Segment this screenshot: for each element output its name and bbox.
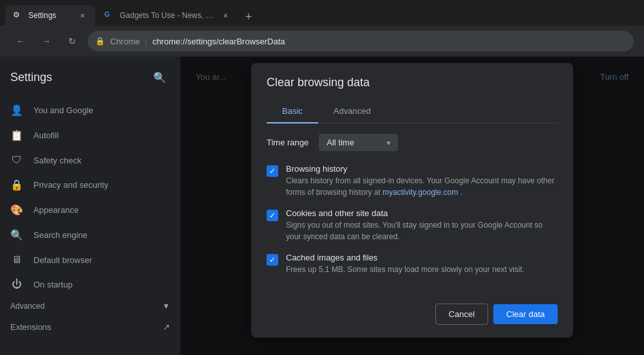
page-layout: Settings 🔍 👤 You and Google 📋 Autofill 🛡… bbox=[0, 57, 644, 355]
browsing-history-checkbox[interactable]: ✓ bbox=[267, 165, 278, 177]
sidebar-item-search-engine[interactable]: 🔍 Search engine bbox=[0, 223, 180, 248]
cached-title: Cached images and files bbox=[286, 253, 558, 262]
dialog-header: Clear browsing data Basic Advanced bbox=[251, 63, 573, 123]
sidebar-item-search-engine-label: Search engine bbox=[33, 230, 88, 240]
checkbox-check-icon-3: ✓ bbox=[269, 256, 276, 264]
sidebar-item-autofill-label: Autofill bbox=[33, 131, 59, 140]
sidebar-item-appearance-label: Appearance bbox=[33, 205, 79, 215]
you-and-google-icon: 👤 bbox=[10, 104, 23, 116]
cookies-title: Cookies and other site data bbox=[286, 208, 558, 218]
dialog-title: Clear browsing data bbox=[267, 76, 558, 89]
cached-desc: Frees up 5.1 MB. Some sites may load mor… bbox=[286, 264, 558, 275]
dialog-overlay: Clear browsing data Basic Advanced Time … bbox=[180, 57, 644, 355]
gadgets-tab-close[interactable]: ✕ bbox=[220, 10, 231, 21]
settings-tab[interactable]: ⚙ Settings ✕ bbox=[5, 5, 95, 26]
autofill-icon: 📋 bbox=[10, 129, 23, 141]
search-engine-icon: 🔍 bbox=[10, 229, 23, 241]
default-browser-icon: 🖥 bbox=[10, 254, 23, 266]
gadgets-tab[interactable]: G Gadgets To Use - News, Reviews, Ti... … bbox=[97, 5, 238, 26]
sidebar-item-safety-check-label: Safety check bbox=[33, 156, 81, 165]
time-range-row: Time range Last hour Last 24 hours Last … bbox=[267, 134, 558, 151]
browsing-history-title: Browsing history bbox=[286, 164, 558, 174]
cookies-content: Cookies and other site data Signs you ou… bbox=[286, 208, 558, 242]
cookies-item: ✓ Cookies and other site data Signs you … bbox=[267, 208, 558, 242]
sidebar: Settings 🔍 👤 You and Google 📋 Autofill 🛡… bbox=[0, 57, 180, 355]
browsing-history-content: Browsing history Clears history from all… bbox=[286, 164, 558, 198]
sidebar-item-autofill[interactable]: 📋 Autofill bbox=[0, 123, 180, 148]
sidebar-item-on-startup-label: On startup bbox=[33, 280, 73, 289]
settings-tab-icon: ⚙ bbox=[13, 10, 23, 21]
dialog-body: Time range Last hour Last 24 hours Last … bbox=[251, 123, 573, 296]
settings-tab-close[interactable]: ✕ bbox=[77, 10, 88, 21]
clear-browsing-data-dialog: Clear browsing data Basic Advanced Time … bbox=[251, 63, 573, 338]
sidebar-advanced-section[interactable]: Advanced ▼ bbox=[0, 296, 180, 316]
extensions-external-icon: ↗ bbox=[163, 322, 170, 332]
sidebar-item-privacy[interactable]: 🔒 Privacy and security bbox=[0, 172, 180, 197]
sidebar-item-extensions[interactable]: Extensions ↗ bbox=[0, 316, 180, 338]
sidebar-item-you-and-google[interactable]: 👤 You and Google bbox=[0, 98, 180, 123]
tab-bar: ⚙ Settings ✕ G Gadgets To Use - News, Re… bbox=[0, 0, 644, 26]
cached-item: ✓ Cached images and files Frees up 5.1 M… bbox=[267, 253, 558, 275]
address-bar[interactable]: 🔒 Chrome | chrome://settings/clearBrowse… bbox=[88, 31, 634, 51]
browsing-history-desc: Clears history from all signed-in device… bbox=[286, 175, 558, 198]
cancel-button[interactable]: Cancel bbox=[435, 304, 488, 325]
sidebar-extensions-label: Extensions bbox=[10, 322, 52, 332]
reload-button[interactable]: ↻ bbox=[62, 31, 82, 51]
sidebar-item-safety-check[interactable]: 🛡 Safety check bbox=[0, 148, 180, 172]
address-separator: | bbox=[145, 37, 147, 46]
sidebar-advanced-arrow: ▼ bbox=[162, 302, 170, 311]
sidebar-search-button[interactable]: 🔍 bbox=[149, 67, 170, 87]
sidebar-advanced-label: Advanced bbox=[10, 302, 44, 311]
sidebar-item-privacy-label: Privacy and security bbox=[33, 180, 108, 190]
tab-advanced[interactable]: Advanced bbox=[318, 100, 386, 123]
cached-checkbox[interactable]: ✓ bbox=[267, 254, 278, 266]
sidebar-header: Settings 🔍 bbox=[0, 67, 180, 98]
safety-check-icon: 🛡 bbox=[10, 154, 23, 166]
time-range-select[interactable]: Last hour Last 24 hours Last 7 days Last… bbox=[319, 134, 398, 151]
privacy-icon: 🔒 bbox=[10, 179, 23, 191]
myactivity-link[interactable]: myactivity.google.com bbox=[383, 188, 458, 197]
browsing-history-item: ✓ Browsing history Clears history from a… bbox=[267, 164, 558, 198]
gadgets-tab-icon: G bbox=[104, 10, 115, 21]
cookies-checkbox[interactable]: ✓ bbox=[267, 210, 278, 221]
browser-chrome: ⚙ Settings ✕ G Gadgets To Use - News, Re… bbox=[0, 0, 644, 57]
checkbox-check-icon: ✓ bbox=[269, 167, 276, 175]
cookies-desc: Signs you out of most sites. You'll stay… bbox=[286, 219, 558, 242]
forward-button[interactable]: → bbox=[36, 31, 57, 51]
settings-tab-title: Settings bbox=[28, 11, 72, 20]
back-button[interactable]: ← bbox=[10, 31, 31, 51]
dialog-footer: Cancel Clear data bbox=[251, 296, 573, 338]
nav-bar: ← → ↻ 🔒 Chrome | chrome://settings/clear… bbox=[0, 26, 644, 57]
sidebar-item-on-startup[interactable]: ⏻ On startup bbox=[0, 272, 180, 296]
new-tab-button[interactable]: + bbox=[240, 8, 258, 26]
dialog-tabs: Basic Advanced bbox=[267, 100, 558, 123]
sidebar-item-appearance[interactable]: 🎨 Appearance bbox=[0, 197, 180, 223]
cached-content: Cached images and files Frees up 5.1 MB.… bbox=[286, 253, 558, 275]
sidebar-item-default-browser-label: Default browser bbox=[33, 255, 92, 265]
sidebar-item-default-browser[interactable]: 🖥 Default browser bbox=[0, 248, 180, 272]
appearance-icon: 🎨 bbox=[10, 204, 23, 216]
main-content: Turn off You ar... Clear browsing data B… bbox=[180, 57, 644, 355]
time-range-select-wrapper: Last hour Last 24 hours Last 7 days Last… bbox=[319, 134, 398, 151]
address-path: chrome://settings/clearBrowserData bbox=[153, 37, 285, 46]
time-range-label: Time range bbox=[267, 138, 308, 147]
tab-basic[interactable]: Basic bbox=[267, 100, 318, 123]
address-scheme: Chrome bbox=[110, 37, 140, 46]
sidebar-title: Settings bbox=[10, 71, 52, 84]
address-lock-icon: 🔒 bbox=[95, 37, 105, 46]
on-startup-icon: ⏻ bbox=[10, 278, 23, 290]
gadgets-tab-title: Gadgets To Use - News, Reviews, Ti... bbox=[120, 11, 215, 20]
clear-data-button[interactable]: Clear data bbox=[493, 304, 558, 324]
checkbox-check-icon-2: ✓ bbox=[269, 212, 276, 219]
sidebar-item-you-and-google-label: You and Google bbox=[33, 105, 93, 115]
